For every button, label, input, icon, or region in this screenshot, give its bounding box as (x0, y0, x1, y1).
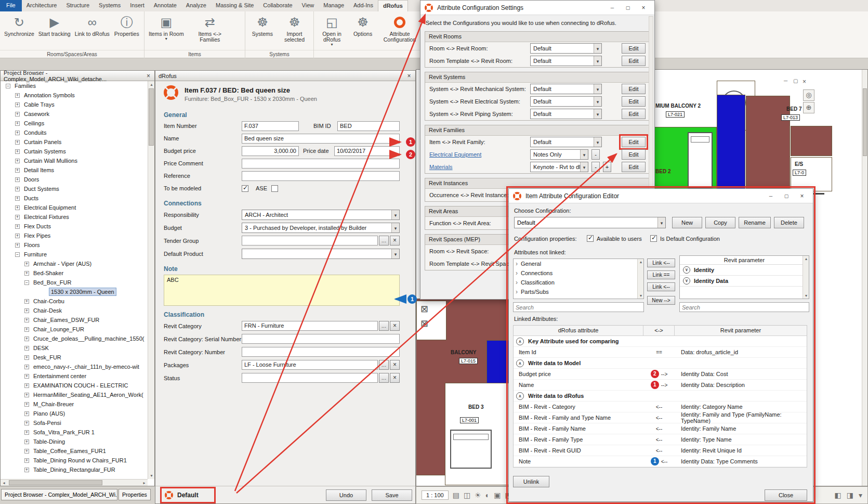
ribbon-tab[interactable]: Analyze (181, 0, 211, 11)
tree-expander-icon[interactable] (15, 140, 20, 145)
tree-item[interactable]: Conduits (1, 128, 148, 137)
scroll-left-icon[interactable]: ◂ (1, 480, 7, 486)
zoom-tool-icon[interactable]: ⊕ (803, 102, 814, 113)
view-control-icon[interactable]: ◫ (464, 491, 470, 499)
tree-item-label[interactable]: Bed_Box_FUR (32, 279, 73, 286)
tree-item[interactable]: Duct Systems (1, 184, 148, 193)
tree-item[interactable]: Table_Dining Round w Chairs_FUR1 (1, 456, 148, 465)
tree-item-label[interactable]: EXAMINATION COUCH - ELECTRIC (32, 382, 130, 389)
tree-item[interactable]: Curtain Wall Mullions (1, 156, 148, 165)
scroll-up-icon[interactable]: ▴ (148, 81, 155, 88)
tree-item[interactable]: Furniture (1, 250, 148, 259)
close-icon[interactable] (794, 191, 810, 201)
tree-expander-icon[interactable] (24, 421, 29, 425)
tree-item[interactable]: Bed_Box_FUR (1, 278, 148, 287)
rename-button[interactable]: Rename (739, 217, 771, 228)
ribbon-button[interactable]: ▶ Start tracking (36, 12, 73, 38)
table-row[interactable]: BIM - Revit - Family Type <-- Identity: … (514, 434, 807, 445)
tree-expander-icon[interactable] (15, 112, 20, 117)
tree-item[interactable]: HermanMiller_Seating_AE11_Aeron_Work( (1, 390, 148, 399)
view-restore-icon[interactable]: ▢ (793, 78, 798, 84)
maximize-icon[interactable] (779, 191, 794, 201)
edit-button[interactable]: Edit (622, 109, 646, 119)
room-tag[interactable]: L7-015 (459, 358, 478, 364)
packages-field[interactable]: LF - Loose Furniture (242, 360, 378, 370)
search-input[interactable] (513, 302, 644, 312)
tree-expander-icon[interactable] (24, 337, 29, 341)
ribbon-button[interactable]: ∞ Link to dRofus (73, 12, 112, 38)
tree-expander-icon[interactable] (15, 93, 20, 98)
clear-button[interactable] (390, 360, 400, 370)
attribute-group-item[interactable]: General (514, 259, 643, 268)
room-tag[interactable]: L7-001 (460, 417, 479, 423)
ribbon-tab[interactable]: Collaborate (258, 0, 297, 11)
ribbon-tab[interactable]: Manage (319, 0, 349, 11)
table-row[interactable]: Write data to Model (514, 358, 807, 369)
tree-item-label[interactable]: Chair_Eames_DSW_FUR (32, 316, 101, 324)
edit-button[interactable]: Edit (622, 96, 646, 107)
tree-item-label[interactable]: Entertainment center (32, 372, 88, 380)
browse-button[interactable] (379, 373, 389, 383)
budget-price-field[interactable]: 3,000.00 (242, 146, 299, 156)
ribbon-tab[interactable]: Structure (61, 0, 94, 11)
tree-expander-icon[interactable] (24, 262, 29, 266)
collapse-icon[interactable] (516, 392, 524, 400)
configuration-select[interactable]: Notes Only (530, 149, 588, 160)
configuration-select[interactable]: Default (530, 56, 602, 66)
tree-expander-icon[interactable] (15, 131, 20, 135)
configuration-select[interactable]: Default (530, 96, 602, 107)
clear-button[interactable] (390, 236, 400, 245)
ribbon-button[interactable]: ◱ Open in dRofus ▾ (316, 12, 348, 48)
tree-item[interactable]: Electrical Fixtures (1, 212, 148, 222)
tree-expander-icon[interactable] (24, 365, 29, 369)
tree-vertical-scrollbar[interactable]: ▴ ▾ (148, 81, 154, 479)
ribbon-button[interactable]: ⇄ Items <-> Families (186, 12, 234, 44)
tree-item[interactable]: Flex Ducts (1, 222, 148, 231)
tree-item-label[interactable]: Casework (22, 110, 51, 118)
tree-item-label[interactable]: Armchair - Viper (AUS) (32, 260, 93, 267)
table-row[interactable]: Note 1<-- Identity Data: Type Comments (514, 456, 807, 467)
tree-expander-icon[interactable] (24, 411, 29, 416)
remove-button[interactable]: - (591, 149, 600, 160)
view-control-icon[interactable]: ◐ (485, 491, 490, 499)
view-control-icon[interactable]: ▤ (453, 491, 459, 499)
tree-item[interactable]: Casework (1, 109, 148, 119)
tree-item[interactable]: Ducts (1, 193, 148, 203)
close-button[interactable]: Close (765, 489, 807, 501)
tree-item-label[interactable]: Sofa-Pensi (32, 419, 63, 427)
tree-item[interactable]: Table_Dining_Rectangular_FUR (1, 465, 148, 474)
name-field[interactable]: Bed queen size (242, 134, 400, 144)
scroll-down-icon[interactable]: ▾ (803, 293, 809, 299)
tree-item[interactable]: Floors (1, 240, 148, 250)
tree-item-label[interactable]: Curtain Wall Mullions (22, 157, 79, 164)
minimize-icon[interactable] (763, 191, 779, 201)
save-button[interactable]: Save (372, 489, 412, 501)
tree-item-label[interactable]: Cable Trays (22, 101, 56, 108)
tree-expander-icon[interactable] (15, 252, 20, 257)
to-be-modeled-checkbox[interactable] (242, 185, 248, 192)
tree-item[interactable]: EXAMINATION COUCH - ELECTRIC (1, 381, 148, 390)
scroll-down-icon[interactable]: ▾ (638, 293, 644, 299)
ribbon-tab[interactable]: Insert (125, 0, 149, 11)
tree-item-label[interactable]: Piano (AUS) (32, 410, 67, 417)
tree-item[interactable]: Cable Trays (1, 100, 148, 109)
tree-expander-icon[interactable] (24, 430, 29, 435)
tree-expander-icon[interactable] (15, 196, 20, 201)
table-row[interactable]: Item Id == Data: drofus_article_id (514, 347, 807, 358)
ribbon-tab[interactable]: Massing & Site (211, 0, 258, 11)
status-bar-icon[interactable]: ◨ (847, 491, 853, 499)
tree-expander-icon[interactable] (15, 102, 20, 107)
ribbon-tab[interactable]: dRofus (378, 0, 408, 11)
available-to-users-checkbox[interactable] (587, 235, 594, 242)
undo-button[interactable]: Undo (326, 489, 366, 501)
ribbon-tab[interactable]: Architecture (22, 0, 62, 11)
ribbon-tab[interactable]: Annotate (149, 0, 181, 11)
ribbon-button[interactable]: ⓘ Properties (112, 12, 142, 38)
tree-expander-icon[interactable] (24, 280, 29, 285)
tree-item[interactable]: Sofa_Vitra_Park_FUR 1 (1, 428, 148, 437)
tree-item[interactable]: Detail Items (1, 165, 148, 175)
table-row[interactable]: BIM - Revit - Family Name <-- Identity: … (514, 423, 807, 434)
table-row[interactable]: Key Attribute used for comparing (514, 336, 807, 347)
table-row[interactable]: Write data to dRofus (514, 391, 807, 402)
minimize-icon[interactable] (604, 3, 620, 13)
